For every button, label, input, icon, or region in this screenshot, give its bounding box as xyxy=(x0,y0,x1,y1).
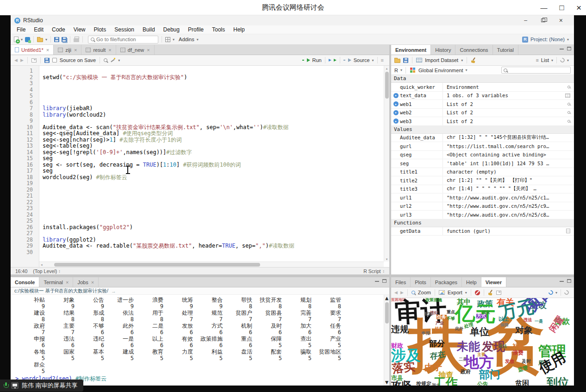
environment-tab-connections[interactable]: Connections xyxy=(455,45,492,55)
minimize-pane-icon[interactable] xyxy=(560,48,564,50)
env-row-qseg[interactable]: qseg<Object containing active binding> xyxy=(391,151,574,160)
viewer-refresh-icon[interactable] xyxy=(563,289,570,296)
window-restore-icon[interactable] xyxy=(541,19,545,22)
project-menu[interactable]: Project: (None) xyxy=(530,37,565,42)
env-row-url2[interactable]: url2"http://www.audit.gov.cn/n5/n25/c9… xyxy=(391,202,574,211)
microphone-icon[interactable] xyxy=(4,382,8,389)
viewer-tab-packages[interactable]: Packages xyxy=(431,277,462,287)
file-type-indicator[interactable]: R Script xyxy=(363,268,380,274)
import-dataset-button[interactable]: Import Dataset xyxy=(425,57,458,63)
editor-vscrollbar[interactable]: ▲ ▼ xyxy=(384,66,389,261)
print-icon[interactable] xyxy=(74,38,79,42)
open-file-icon[interactable] xyxy=(37,38,43,42)
inspect-icon[interactable] xyxy=(567,103,570,106)
env-row-auditee-data[interactable]: Auditee_datachr [1:32] " " "145个贫困县扶贫审计结… xyxy=(391,134,574,143)
expand-icon[interactable]: ▶ xyxy=(393,118,399,124)
environment-search-input[interactable] xyxy=(509,67,565,74)
addins-button[interactable]: Addins xyxy=(179,37,194,42)
source-button[interactable]: Source xyxy=(354,57,370,63)
console-tab-terminal[interactable]: Terminal× xyxy=(39,277,73,287)
maximize-icon[interactable]: □ xyxy=(560,4,564,12)
vscroll-thumb[interactable] xyxy=(385,72,389,99)
sync-caret-icon[interactable]: ▾ xyxy=(555,291,557,295)
environment-tab-history[interactable]: History xyxy=(431,45,455,55)
menu-session[interactable]: Session xyxy=(110,26,138,33)
export-button[interactable]: Export xyxy=(448,290,462,295)
env-row-title3[interactable]: title3chr [1:4] " " " " "" "【关闭】 … xyxy=(391,185,574,194)
viewer-new-window-icon[interactable] xyxy=(496,291,501,295)
save-workspace-icon[interactable] xyxy=(403,58,408,63)
editor-tab-ziji[interactable]: ziji× xyxy=(54,45,81,55)
env-row-title1[interactable]: title1character (empty) xyxy=(391,168,574,177)
minimize-pane-icon[interactable] xyxy=(375,280,379,282)
new-file-icon[interactable] xyxy=(14,37,19,42)
maximize-pane-icon[interactable] xyxy=(567,279,571,283)
import-caret-icon[interactable]: ▾ xyxy=(461,58,463,62)
hscroll-thumb[interactable] xyxy=(54,263,260,267)
project-caret-icon[interactable]: ▾ xyxy=(567,37,569,42)
source-caret-icon[interactable]: ▾ xyxy=(372,58,374,62)
console-vscroll-thumb[interactable] xyxy=(385,302,389,324)
rerun-icon[interactable] xyxy=(329,59,331,62)
back-icon[interactable]: ◀ xyxy=(14,58,18,62)
refresh-caret-icon[interactable]: ▾ xyxy=(567,58,569,62)
run-icon[interactable] xyxy=(307,58,310,62)
close-tab-icon[interactable]: × xyxy=(91,280,94,285)
view-table-icon[interactable] xyxy=(565,93,570,98)
console-output[interactable]: 补贴对象公告进一步浪费统筹整合帮扶扶贫开发规划监管99999998888建设结果… xyxy=(11,295,389,386)
console-tab-console[interactable]: Console xyxy=(11,277,39,287)
refresh-icon[interactable] xyxy=(559,57,566,63)
viewer-tab-plots[interactable]: Plots xyxy=(411,277,430,287)
editor-tab-df-new[interactable]: df_new× xyxy=(116,45,155,55)
menu-code[interactable]: Code xyxy=(48,26,69,33)
view-function-icon[interactable] xyxy=(566,229,570,233)
menu-help[interactable]: Help xyxy=(229,26,249,33)
document-outline-icon[interactable]: ≡ xyxy=(381,57,384,63)
find-replace-icon[interactable] xyxy=(104,58,107,62)
source-icon[interactable] xyxy=(348,58,351,62)
env-row-title2[interactable]: title2chr [1:2] "" "【关闭】 【打印】" xyxy=(391,176,574,185)
env-row-web1[interactable]: ▶web1List of 2 xyxy=(391,100,574,109)
menu-plots[interactable]: Plots xyxy=(90,26,111,33)
editor-body[interactable]: 1234567891011121314151617181920212223242… xyxy=(11,66,389,267)
inspect-icon[interactable] xyxy=(567,120,570,123)
expand-icon[interactable]: ▶ xyxy=(393,93,399,98)
menu-view[interactable]: View xyxy=(69,26,90,33)
environment-search-box[interactable] xyxy=(501,67,571,74)
env-row-web3[interactable]: ▶web3List of 2 xyxy=(391,117,574,126)
goto-file-input[interactable] xyxy=(96,37,151,42)
code-tools-caret-icon[interactable]: ▾ xyxy=(118,58,120,62)
rerun-green-icon[interactable] xyxy=(334,59,337,62)
close-tab-icon[interactable]: × xyxy=(74,47,77,53)
export-caret-icon[interactable]: ▾ xyxy=(465,291,467,295)
load-workspace-icon[interactable] xyxy=(394,59,400,63)
env-row-url3[interactable]: url3"http://www.audit.gov.cn/n5/n25/c8… xyxy=(391,211,574,219)
environment-tab-environment[interactable]: Environment xyxy=(391,45,431,55)
close-tab-icon[interactable]: × xyxy=(147,47,150,53)
list-view-button[interactable]: List xyxy=(541,57,549,63)
run-button[interactable]: Run xyxy=(312,57,322,63)
minimize-pane-icon[interactable] xyxy=(560,280,564,282)
language-selector[interactable]: R xyxy=(394,68,398,73)
goto-directory-icon[interactable]: → xyxy=(111,288,116,294)
inspect-icon[interactable] xyxy=(567,111,570,114)
console-vscrollbar[interactable]: ▲ ▼ xyxy=(384,295,389,386)
editor-hscrollbar[interactable]: ◀ xyxy=(39,261,384,267)
maximize-pane-icon[interactable] xyxy=(382,279,387,283)
menu-profile[interactable]: Profile xyxy=(184,26,208,33)
goto-file-box[interactable] xyxy=(88,36,158,44)
environment-selector[interactable]: Global Environment xyxy=(418,68,463,73)
list-caret-icon[interactable]: ▾ xyxy=(551,58,553,62)
viewer-tab-files[interactable]: Files xyxy=(391,277,411,287)
source-on-save-checkbox[interactable] xyxy=(52,58,57,62)
editor-code[interactable]: setwd("c:/实验模块 一 基于R语言的大数据审计实验") library… xyxy=(39,66,389,267)
clear-viewer-icon[interactable] xyxy=(488,290,493,295)
env-row-seg[interactable]: seg'table' int [1:100(1d)] 124 79 53 … xyxy=(391,159,574,168)
forward-icon[interactable]: ▶ xyxy=(20,58,24,62)
menu-edit[interactable]: Edit xyxy=(30,26,48,33)
editor-save-icon[interactable] xyxy=(44,58,50,63)
menu-tools[interactable]: Tools xyxy=(208,26,229,33)
stop-icon[interactable] xyxy=(475,290,480,295)
viewer-tab-help[interactable]: Help xyxy=(462,277,481,287)
env-row-gurl[interactable]: gurl"https://list.tmall.com/search_pro… xyxy=(391,142,574,151)
